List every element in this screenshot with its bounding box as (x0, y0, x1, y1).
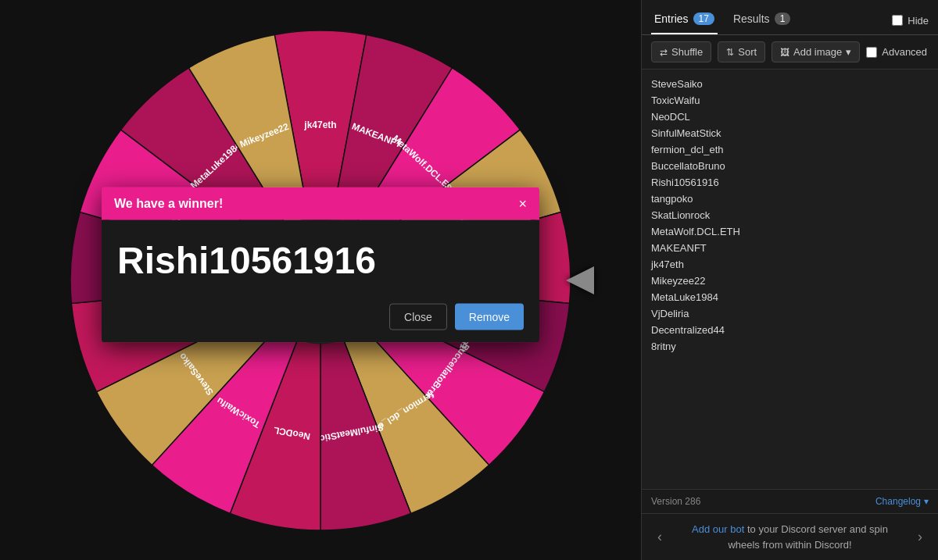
winner-name: Rishi10561916 (117, 238, 524, 281)
advanced-label: Advanced (882, 46, 927, 58)
modal-header: We have a winner! × (102, 187, 539, 219)
entry-item[interactable]: SteveSaiko (651, 76, 929, 92)
entry-item[interactable]: SinfulMeatStick (651, 125, 929, 141)
discord-next-button[interactable]: › (911, 529, 929, 545)
tabs-row: Entries 17 Results 1 Hide (642, 0, 938, 35)
remove-button[interactable]: Remove (455, 303, 524, 330)
sort-label: Sort (738, 46, 757, 58)
changelog-chevron: ▾ (924, 496, 929, 507)
entry-item[interactable]: BuccellatoBruno (651, 158, 929, 174)
changelog-text: Changelog (875, 496, 921, 507)
tab-results-label: Results (733, 12, 770, 25)
results-badge: 1 (775, 12, 791, 25)
entry-item[interactable]: NeoDCL (651, 109, 929, 125)
entry-item[interactable]: 8ritny (651, 338, 929, 355)
wheel-pointer (566, 266, 594, 294)
entry-item[interactable]: MetaLuke1984 (651, 289, 929, 305)
modal-actions: Close Remove (117, 297, 524, 330)
hide-text: Hide (908, 15, 929, 27)
add-image-dropdown-icon: ▾ (846, 46, 851, 58)
advanced-checkbox[interactable] (866, 47, 877, 58)
discord-suffix2: wheels from within Discord! (728, 539, 851, 551)
entry-item[interactable]: MetaWolf.DCL.ETH (651, 223, 929, 240)
tab-entries[interactable]: Entries 17 (651, 6, 718, 34)
entry-item[interactable]: jk47eth (651, 256, 929, 273)
advanced-checkbox-label[interactable]: Advanced (866, 46, 927, 58)
add-image-button[interactable]: 🖼 Add image ▾ (772, 41, 860, 62)
winner-modal: We have a winner! × Rishi10561916 Close … (102, 187, 539, 342)
image-icon: 🖼 (780, 47, 789, 58)
entry-item[interactable]: VjDeliria (651, 305, 929, 322)
hide-checkbox[interactable] (892, 15, 903, 26)
discord-text: Add our bot to your Discord server and s… (668, 522, 911, 552)
entry-item[interactable]: Mikeyzee22 (651, 273, 929, 289)
discord-suffix1: to your Discord server and spin (747, 523, 888, 535)
modal-title: We have a winner! (114, 196, 223, 210)
discord-link[interactable]: Add our bot (692, 523, 747, 535)
modal-body: Rishi10561916 Close Remove (102, 219, 539, 342)
entry-item[interactable]: MAKEANFT (651, 240, 929, 256)
entry-item[interactable]: Rishi10561916 (651, 174, 929, 191)
entry-item[interactable]: SkatLionrock (651, 207, 929, 223)
close-button[interactable]: Close (389, 303, 447, 330)
wheel-area: jk47ethMAKEANFTMetaWolf.DCL.ETHSkatLionr… (0, 0, 641, 560)
right-panel: Entries 17 Results 1 Hide ⇄ Shuffle ⇅ So… (641, 0, 938, 560)
shuffle-button[interactable]: ⇄ Shuffle (651, 41, 711, 62)
entry-item[interactable]: fermion_dcl_eth (651, 141, 929, 158)
toolbar: ⇄ Shuffle ⇅ Sort 🖼 Add image ▾ Advanced (642, 35, 938, 70)
discord-prev-button[interactable]: ‹ (651, 529, 668, 545)
changelog-link[interactable]: Changelog ▾ (875, 496, 929, 507)
entries-badge: 17 (693, 12, 714, 25)
entry-item[interactable]: ToxicWaifu (651, 92, 929, 109)
shuffle-icon: ⇄ (660, 47, 668, 58)
shuffle-label: Shuffle (671, 46, 703, 58)
sort-icon: ⇅ (726, 47, 734, 58)
svg-text:jk47eth: jk47eth (303, 119, 336, 130)
discord-bar: ‹ Add our bot to your Discord server and… (642, 513, 938, 560)
sort-button[interactable]: ⇅ Sort (718, 41, 765, 62)
tab-entries-label: Entries (654, 12, 689, 25)
bottom-bar: Version 286 Changelog ▾ (642, 489, 938, 513)
entry-item[interactable]: Decentralized44 (651, 322, 929, 338)
discord-link-text: Add our bot (692, 523, 744, 535)
version-text: Version 286 (651, 496, 700, 507)
tab-results[interactable]: Results 1 (730, 6, 793, 34)
entries-list: SteveSaikoToxicWaifuNeoDCLSinfulMeatStic… (642, 70, 938, 489)
add-image-label: Add image (793, 46, 842, 58)
hide-label[interactable]: Hide (892, 15, 929, 27)
entry-item[interactable]: tangpoko (651, 191, 929, 207)
modal-close-x-button[interactable]: × (518, 196, 527, 210)
